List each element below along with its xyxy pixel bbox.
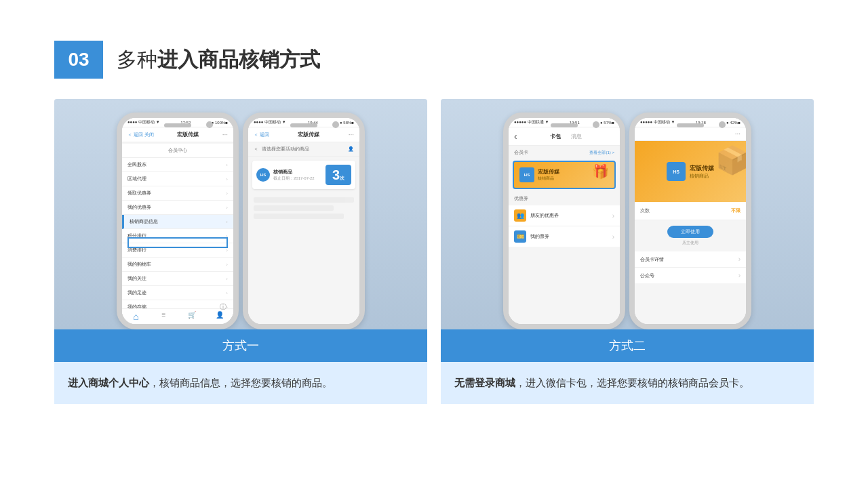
phone-2-navbar: ＜ 返回 宏版传媒 ··· xyxy=(248,127,359,142)
phone-4-status: ●●●●● 中国移动 ▼ 10:18 ● 42%■ xyxy=(635,118,746,127)
phone-1-navbar: ＜ 返回 关闭 宏版传媒 ··· xyxy=(122,127,233,142)
phone-1-screen: ●●●● 中国移动 ▼ 17:52 ● 100%■ ＜ 返回 关闭 宏版传媒 ·… xyxy=(122,118,233,324)
phone-menu-item[interactable]: 区域代理› xyxy=(122,172,233,186)
coupon-count: 3次 xyxy=(326,165,351,185)
coupon-count-area: 3次 xyxy=(326,165,351,185)
phone-2-status: ●●●● 中国移动 ▼ 19:44 ● 58%■ xyxy=(248,118,359,127)
phone-4-use-btn[interactable]: 立即使用 xyxy=(667,226,713,238)
phone-3-navbar: ‹ 卡包 消息 xyxy=(509,127,620,146)
phone-2-screen: ●●●● 中国移动 ▼ 19:44 ● 58%■ ＜ 返回 宏版传媒 ··· ＜ xyxy=(248,118,359,324)
phone-3-member-header: 会员卡 查看全部(1) > xyxy=(509,146,620,158)
phone-menu-item[interactable]: 积分排行› xyxy=(122,229,233,243)
phone-2-coupon: HS 核销商品 截止日期：2017-07-22 3次 xyxy=(252,161,355,189)
member-card-logo: HS xyxy=(519,167,534,182)
phone-1-dots: ··· xyxy=(222,131,228,138)
phone-4-use-area: 立即使用 店主使用 xyxy=(635,220,746,251)
coupon-logo: HS xyxy=(256,168,270,182)
gift-icon: 🎁 xyxy=(592,163,609,180)
phone-3-member-card: HS 宏版传媒 核销商品 🎁 xyxy=(513,161,616,189)
phone-4-navbar: ··· xyxy=(635,127,746,141)
page-title: 多种进入商品核销方式 xyxy=(117,46,320,74)
phone-menu-item[interactable]: 全民股东› xyxy=(122,158,233,172)
phone-4-detail1[interactable]: 会员卡详情 › xyxy=(635,251,746,268)
right-phones-container: ●●●●● 中国联通 ▼ 19:51 ● 57%■ ‹ 卡包 消息 xyxy=(441,99,814,329)
coupon-info: 核销商品 截止日期：2017-07-22 xyxy=(273,169,322,182)
phone-1-back[interactable]: ＜ 返回 关闭 xyxy=(127,131,154,138)
phone-menu-item[interactable]: 我的关注› xyxy=(122,272,233,286)
phone-3-back-arrow[interactable]: ‹ xyxy=(514,131,517,142)
info-icon: ⓘ xyxy=(220,302,226,312)
phone-menu-item[interactable]: 我的购物车› xyxy=(122,258,233,272)
phone-3-tab-messages[interactable]: 消息 xyxy=(571,133,582,140)
phone-4-count-area: 次数 不限 xyxy=(635,202,746,220)
friend-coupon-icon: 👥 xyxy=(514,209,526,222)
phone-3-friend-coupon[interactable]: 👥 朋友的优惠券 › xyxy=(509,205,620,226)
right-section: ●●●●● 中国联通 ▼ 19:51 ● 57%■ ‹ 卡包 消息 xyxy=(441,99,814,461)
left-phones-container: ●●●● 中国移动 ▼ 17:52 ● 100%■ ＜ 返回 关闭 宏版传媒 ·… xyxy=(54,99,427,329)
phone-4-screen: ●●●●● 中国移动 ▼ 10:18 ● 42%■ ··· HS xyxy=(635,118,746,324)
phone-3-status: ●●●●● 中国联通 ▼ 19:51 ● 57%■ xyxy=(509,118,620,127)
right-desc-box: 无需登录商城，进入微信卡包，选择您要核销的核销商品会员卡。 xyxy=(441,362,814,404)
phone-2-dots: ··· xyxy=(349,131,354,138)
phone-3-screen: ●●●●● 中国联通 ▼ 19:51 ● 57%■ ‹ 卡包 消息 xyxy=(509,118,620,324)
page-header: 03 多种进入商品核销方式 xyxy=(54,41,814,79)
phone-1-title: 宏版传媒 xyxy=(177,131,199,138)
phone-4-dots: ··· xyxy=(735,130,741,138)
phone-2: ●●●● 中国移动 ▼ 19:44 ● 58%■ ＜ 返回 宏版传媒 ··· ＜ xyxy=(243,113,365,329)
phone-3-coupon-label: 优惠券 xyxy=(509,192,620,205)
right-method-bar: 方式二 xyxy=(441,329,814,362)
phone-menu-item[interactable]: 我的优惠券› xyxy=(122,201,233,215)
phone-3-tab-wallet[interactable]: 卡包 xyxy=(550,133,561,140)
phone-3-my-ticket[interactable]: 🎫 我的票券 › xyxy=(509,226,620,247)
phone-4-logo: HS xyxy=(667,162,686,181)
phone-2-back[interactable]: ＜ 返回 xyxy=(254,131,269,138)
right-phones-area: ●●●●● 中国联通 ▼ 19:51 ● 57%■ ‹ 卡包 消息 xyxy=(441,99,814,329)
phone-1: ●●●● 中国移动 ▼ 17:52 ● 100%■ ＜ 返回 关闭 宏版传媒 ·… xyxy=(117,113,239,329)
phone-4-banner-content: HS 宏版传媒 核销商品 xyxy=(667,162,714,181)
left-desc-box: 进入商城个人中心，核销商品信息，选择您要核销的商品。 xyxy=(54,362,427,404)
phone-menu-item-highlighted[interactable]: 核销商品信息› xyxy=(122,215,233,229)
phone-4-banner: HS 宏版传媒 核销商品 📦 xyxy=(635,141,746,202)
left-section: ●●●● 中国移动 ▼ 17:52 ● 100%■ ＜ 返回 关闭 宏版传媒 ·… xyxy=(54,99,427,461)
phone-4: ●●●●● 中国移动 ▼ 10:18 ● 42%■ ··· HS xyxy=(629,113,751,329)
phone-3-tabs: 卡包 消息 xyxy=(550,133,582,140)
phone-3: ●●●●● 中国联通 ▼ 19:51 ● 57%■ ‹ 卡包 消息 xyxy=(503,113,625,329)
phone-1-menu-header: 会员中心 xyxy=(122,144,233,158)
my-ticket-icon: 🎫 xyxy=(514,230,526,243)
left-method-bar: 方式一 xyxy=(54,329,427,362)
left-phones-area: ●●●● 中国移动 ▼ 17:52 ● 100%■ ＜ 返回 关闭 宏版传媒 ·… xyxy=(54,99,427,329)
phone-4-detail2[interactable]: 公众号 › xyxy=(635,268,746,283)
phone-2-prompt: ＜ 请选择您要活动的商品 👤 xyxy=(248,142,359,157)
member-card-info: 宏版传媒 核销商品 xyxy=(538,168,559,182)
phone-menu-item[interactable]: 我的足迹› xyxy=(122,286,233,300)
phone-1-menu: 会员中心 全民股东› 区域代理› 领取优惠券› 我的优惠券› 核销商品信息› 积… xyxy=(122,144,233,314)
phone-4-decoration: 📦 xyxy=(715,144,746,176)
phone-menu-item[interactable]: 领取优惠券› xyxy=(122,186,233,201)
section-number: 03 xyxy=(54,41,103,79)
phone-2-content xyxy=(248,193,359,226)
phone-menu-item[interactable]: 消费排行› xyxy=(122,243,233,258)
phone-2-title: 宏版传媒 xyxy=(298,131,319,138)
phone-1-tabbar: ⌂ ≡ 🛒 👤 xyxy=(122,308,233,324)
phone-1-status: ●●●● 中国移动 ▼ 17:52 ● 100%■ xyxy=(122,118,233,127)
phone-4-use-note: 店主使用 xyxy=(640,240,741,246)
